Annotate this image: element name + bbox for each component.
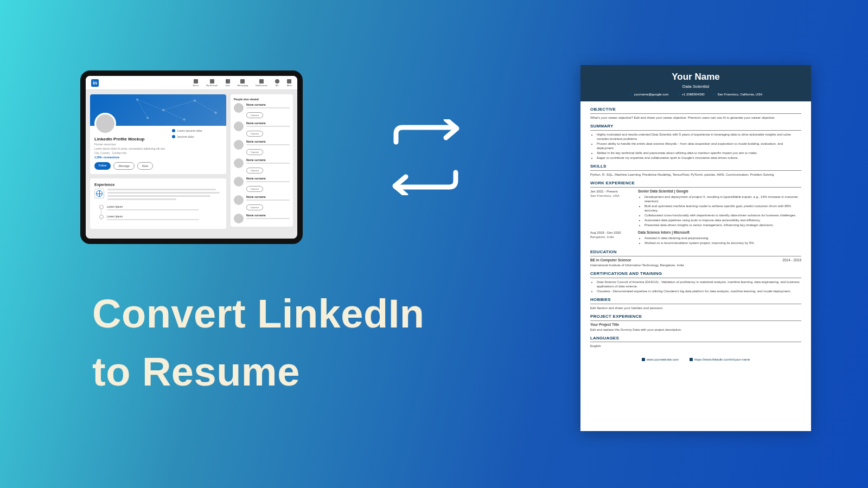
svg-point-5	[136, 99, 138, 101]
section-summary: SUMMARY Highly motivated and results-ori…	[590, 124, 801, 160]
suggestion: Name surnameConnect	[234, 177, 290, 192]
svg-line-0	[137, 100, 163, 110]
globe-icon	[94, 189, 104, 198]
linkedin-logo-icon: in	[91, 79, 99, 87]
timeline-item: Lorem Ipsum	[107, 215, 222, 220]
profile-meta: Lorem ipsum dolor sit amet, consectetur …	[94, 147, 168, 150]
section-project: PROJECT EXPERIENCE Your Project Title Ed…	[590, 314, 801, 332]
profile-card: LinkedIn Profile Mockup Human resources …	[90, 94, 226, 174]
suggestion: Name surnameConnect	[234, 140, 290, 155]
section-languages: LANGUAGES English	[590, 336, 801, 349]
profile-highlights: Lorem ipsumre dolor Ipsumre dolor	[172, 126, 222, 141]
nav-notifications: Notifications	[256, 79, 267, 87]
svg-point-7	[194, 100, 196, 102]
resume-role: Data Scientist	[586, 84, 806, 89]
message-button: Message	[113, 162, 134, 170]
suggestion: Name surnameConnect	[234, 103, 290, 118]
svg-line-4	[137, 100, 148, 118]
linkedin-header: in Home My Network Jobs Messaging Notifi…	[86, 76, 297, 90]
nav-more: More	[287, 79, 292, 87]
profile-name: LinkedIn Profile Mockup	[94, 137, 172, 142]
resume-footer: www.yourwebsite.com https://www.linkedin…	[580, 355, 811, 365]
section-certs: CERTIFICATIONS AND TRAINING Data Science…	[590, 271, 801, 293]
svg-point-8	[183, 118, 186, 120]
phone-icon	[677, 93, 680, 96]
linkedin-mockup-tablet: in Home My Network Jobs Messaging Notifi…	[80, 70, 303, 244]
svg-line-3	[195, 101, 216, 113]
profile-avatar	[94, 113, 116, 134]
swap-arrows-icon	[380, 119, 472, 197]
experience-title: Experience	[94, 183, 222, 187]
suggestion: Name surnameConnect	[234, 195, 290, 210]
website-icon	[642, 358, 645, 361]
svg-point-10	[146, 117, 149, 119]
section-work: WORK EXPERIENCE Jan 2021 - Present San F…	[590, 181, 801, 246]
suggestion: Name surnameConnect	[234, 158, 290, 174]
side-title: People also viewed	[234, 98, 290, 101]
linkedin-icon	[690, 358, 693, 361]
resume-contacts: yourname@google.com +1 2068504330 San Fr…	[586, 93, 806, 96]
nav-network: My Network	[206, 79, 218, 87]
svg-line-2	[163, 110, 184, 119]
svg-point-6	[162, 109, 164, 111]
nav-me: Me	[275, 79, 279, 87]
headline-line2: to Resume	[92, 343, 424, 401]
resume-header: Your Name Data Scientist yourname@google…	[580, 65, 811, 101]
section-hobbies: HOBBIES Edit Section and share your hobb…	[590, 297, 801, 310]
resume-preview: Your Name Data Scientist yourname@google…	[580, 65, 811, 431]
section-education: EDUCATION BE in Computer Science 2014 - …	[590, 249, 801, 267]
experience-card: Experience Lorem Ipsum Lorem Ipsum	[90, 178, 226, 229]
headline: Convert LinkedIn to Resume	[92, 285, 424, 401]
nav-jobs: Jobs	[225, 79, 229, 87]
follow-button: Follow	[94, 162, 111, 170]
suggestion: Name surnameConnect	[234, 121, 290, 137]
people-also-viewed: People also viewed Name surnameConnect N…	[231, 94, 293, 227]
section-skills: SKILLS Python, R, SQL, Machine Learning,…	[590, 164, 801, 177]
nav-messaging: Messaging	[238, 79, 248, 87]
profile-subtitle: Human resources	[94, 143, 172, 146]
linkedin-nav: Home My Network Jobs Messaging Notificat…	[193, 79, 292, 87]
svg-point-9	[215, 112, 217, 114]
timeline-item: Lorem Ipsum	[107, 205, 222, 210]
resume-name: Your Name	[586, 72, 806, 82]
section-objective: OBJECTIVE What's your career objective? …	[590, 107, 801, 120]
suggestion: Name surname	[234, 214, 290, 223]
headline-line1: Convert LinkedIn	[92, 285, 424, 343]
more-button: More	[137, 162, 153, 170]
profile-connections: 1,500+ connections	[94, 156, 172, 159]
nav-home: Home	[193, 79, 199, 87]
email-icon	[629, 93, 633, 96]
profile-location: City, Country · Contact info	[94, 151, 172, 155]
location-icon	[712, 93, 716, 96]
svg-line-1	[163, 101, 195, 110]
